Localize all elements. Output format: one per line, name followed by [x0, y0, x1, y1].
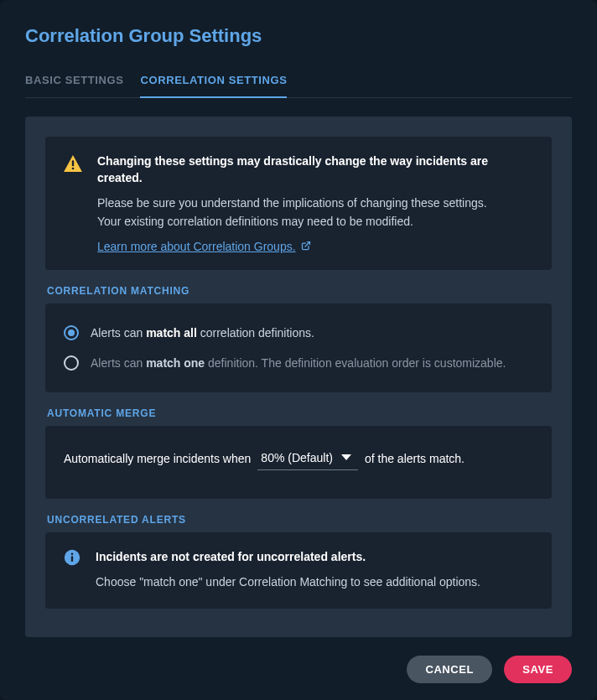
modal-footer: CANCEL SAVE — [25, 637, 572, 683]
merge-threshold-value: 80% (Default) — [261, 451, 333, 464]
merge-text-row: Automatically merge incidents when 80% (… — [64, 443, 533, 482]
automatic-merge-card: Automatically merge incidents when 80% (… — [45, 426, 552, 499]
section-automatic-merge-label: AUTOMATIC MERGE — [47, 407, 552, 419]
modal-title: Correlation Group Settings — [25, 25, 572, 47]
info-icon — [64, 549, 80, 566]
warning-card: Changing these settings may drastically … — [45, 137, 552, 270]
merge-pre-text: Automatically merge incidents when — [64, 452, 251, 465]
merge-threshold-select[interactable]: 80% (Default) — [257, 448, 358, 470]
tab-basic-settings[interactable]: BASIC SETTINGS — [25, 74, 123, 98]
svg-line-2 — [305, 241, 310, 246]
svg-rect-0 — [72, 160, 74, 166]
uncorrelated-alerts-card: Incidents are not created for uncorrelat… — [45, 532, 552, 609]
svg-rect-5 — [71, 556, 73, 562]
warning-heading: Changing these settings may drastically … — [97, 153, 533, 186]
external-link-icon — [301, 240, 311, 253]
section-uncorrelated-alerts-label: UNCORRELATED ALERTS — [47, 514, 552, 526]
save-button[interactable]: SAVE — [504, 656, 572, 683]
svg-point-1 — [72, 168, 75, 170]
uncorrelated-body: Incidents are not created for uncorrelat… — [96, 549, 480, 592]
merge-post-text: of the alerts match. — [365, 452, 465, 465]
learn-more-label: Learn more about Correlation Groups. — [97, 240, 296, 253]
uncorrelated-heading: Incidents are not created for uncorrelat… — [96, 549, 480, 566]
warning-desc: Please be sure you understand the implic… — [97, 194, 533, 231]
warning-line2: Your existing correlation definitions ma… — [97, 215, 413, 228]
settings-panel: Changing these settings may drastically … — [25, 117, 572, 637]
warning-line1: Please be sure you understand the implic… — [97, 196, 487, 210]
tab-correlation-settings[interactable]: CORRELATION SETTINGS — [140, 74, 287, 98]
cancel-button[interactable]: CANCEL — [407, 656, 492, 683]
radio-icon — [64, 325, 79, 340]
settings-modal: Correlation Group Settings BASIC SETTING… — [0, 0, 597, 700]
radio-match-all-label: Alerts can match all correlation definit… — [91, 326, 314, 340]
radio-match-one-label: Alerts can match one definition. The def… — [91, 356, 506, 370]
learn-more-link[interactable]: Learn more about Correlation Groups. — [97, 240, 311, 253]
chevron-down-icon — [341, 454, 351, 460]
radio-match-all[interactable]: Alerts can match all correlation definit… — [64, 320, 533, 345]
tab-bar: BASIC SETTINGS CORRELATION SETTINGS — [25, 74, 572, 98]
radio-match-one[interactable]: Alerts can match one definition. The def… — [64, 350, 533, 376]
correlation-matching-card: Alerts can match all correlation definit… — [45, 303, 552, 392]
warning-icon — [64, 155, 82, 172]
warning-body: Changing these settings may drastically … — [97, 153, 533, 253]
radio-icon — [64, 355, 79, 371]
uncorrelated-desc: Choose "match one" under Correlation Mat… — [96, 573, 480, 592]
svg-point-4 — [71, 552, 74, 555]
section-correlation-matching-label: CORRELATION MATCHING — [47, 285, 552, 297]
